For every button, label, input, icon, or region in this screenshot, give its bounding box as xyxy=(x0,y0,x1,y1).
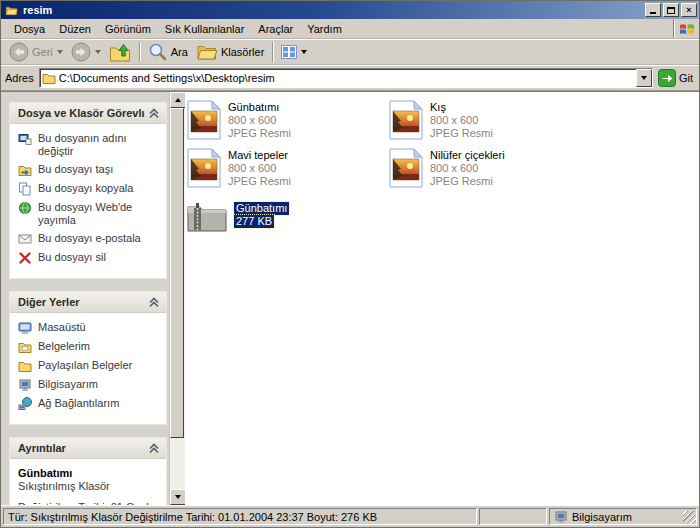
scrollbar-thumb[interactable] xyxy=(170,108,184,438)
forward-dropdown-icon[interactable] xyxy=(95,50,101,54)
globe-icon xyxy=(18,201,32,215)
file-list-area[interactable]: Günbatımı 800 x 600 JPEG Resmi Kış 800 x… xyxy=(185,92,699,505)
address-dropdown-button[interactable] xyxy=(636,69,652,87)
menu-gorunum[interactable]: Görünüm xyxy=(98,21,158,37)
maximize-button[interactable] xyxy=(663,3,679,17)
back-icon xyxy=(9,42,29,62)
content-area: Dosya ve Klasör Görevlı Bu dosyanın adın… xyxy=(1,91,699,505)
file-type: JPEG Resmi xyxy=(430,127,493,140)
back-dropdown-icon[interactable] xyxy=(57,50,63,54)
toolbar-separator xyxy=(272,42,273,62)
minimize-button[interactable] xyxy=(645,3,661,17)
resize-grip[interactable] xyxy=(683,511,696,524)
sidebar: Dosya ve Klasör Görevlı Bu dosyanın adın… xyxy=(1,92,169,505)
details-file-type: Sıkıştırılmış Klasör xyxy=(18,480,160,493)
collapse-chevron-icon[interactable] xyxy=(148,107,160,119)
panel-title: Ayrıntılar xyxy=(18,442,66,454)
windows-flag-icon xyxy=(679,21,695,37)
address-input[interactable]: C:\Documents and Settings\x\Desktop\resi… xyxy=(39,68,653,88)
scroll-down-button[interactable] xyxy=(170,489,186,505)
up-button[interactable] xyxy=(105,40,135,64)
forward-button[interactable] xyxy=(67,40,105,64)
copy-icon xyxy=(18,182,32,196)
toolbar: Geri Ara Klasörler xyxy=(1,39,699,65)
place-shared-documents[interactable]: Paylaşılan Belgeler xyxy=(18,359,162,373)
views-dropdown-icon[interactable] xyxy=(301,50,307,54)
panel-file-tasks-header[interactable]: Dosya ve Klasör Görevlı xyxy=(10,103,166,124)
jpeg-image-icon xyxy=(187,148,221,188)
selected-file-name: Günbatımı xyxy=(234,202,289,215)
title-bar[interactable]: resim × xyxy=(1,1,699,19)
back-button[interactable]: Geri xyxy=(5,40,67,64)
desktop-icon xyxy=(18,321,32,335)
file-tile-gunbatimi-zip-selected[interactable]: Günbatımı 277 KB xyxy=(187,200,382,232)
menu-sik-kullanilanlar[interactable]: Sık Kullanılanlar xyxy=(158,21,252,37)
folders-button[interactable]: Klasörler xyxy=(192,40,268,64)
delete-x-icon xyxy=(18,251,32,265)
selected-file-size: 277 KB xyxy=(234,215,274,228)
task-rename-file[interactable]: Bu dosyanın adını değiştir xyxy=(18,132,162,158)
task-move-file[interactable]: Bu dosyayı taşı xyxy=(18,163,162,177)
menu-duzen[interactable]: Düzen xyxy=(52,21,98,37)
sidebar-scrollbar[interactable] xyxy=(169,92,185,505)
toolbar-separator xyxy=(139,42,140,62)
task-copy-file[interactable]: Bu dosyayı kopyala xyxy=(18,182,162,196)
menu-yardim[interactable]: Yardım xyxy=(300,21,349,37)
place-label: Belgelerim xyxy=(38,340,90,353)
file-tile-nilufer[interactable]: Nilüfer çiçekleri 800 x 600 JPEG Resmi xyxy=(389,148,584,188)
views-icon xyxy=(281,45,297,59)
back-label: Geri xyxy=(32,46,53,58)
task-label: Bu dosyayı e-postala xyxy=(38,232,141,245)
menu-araclar[interactable]: Araçlar xyxy=(251,21,300,37)
network-icon xyxy=(18,397,32,411)
menu-bar: Dosya Düzen Görünüm Sık Kullanılanlar Ar… xyxy=(1,19,699,39)
panel-details-header[interactable]: Ayrıntılar xyxy=(10,438,166,459)
search-icon xyxy=(148,42,168,62)
forward-icon xyxy=(71,42,91,62)
place-label: Masaüstü xyxy=(38,321,86,334)
rename-icon xyxy=(18,132,32,146)
file-type: JPEG Resmi xyxy=(228,127,291,140)
place-label: Paylaşılan Belgeler xyxy=(38,359,132,372)
folders-icon xyxy=(196,41,218,63)
file-type: JPEG Resmi xyxy=(228,175,291,188)
panel-title: Dosya ve Klasör Görevlı xyxy=(18,107,145,119)
explorer-window: resim × Dosya Düzen Görünüm Sık Kullanıl… xyxy=(0,0,700,528)
computer-icon xyxy=(18,378,32,392)
menu-dosya[interactable]: Dosya xyxy=(7,21,52,37)
place-network[interactable]: Ağ Bağlantılarım xyxy=(18,397,162,411)
place-my-computer[interactable]: Bilgisayarım xyxy=(18,378,162,392)
file-tile-gunbatimi[interactable]: Günbatımı 800 x 600 JPEG Resmi xyxy=(187,100,382,140)
status-bar: Tür: Sıkıştırılmış Klasör Değiştirilme T… xyxy=(1,505,699,527)
collapse-chevron-icon[interactable] xyxy=(148,442,160,454)
file-name: Günbatımı xyxy=(228,101,291,114)
task-delete-file[interactable]: Bu dosyayı sil xyxy=(18,251,162,265)
panel-title: Diğer Yerler xyxy=(18,296,80,308)
status-zone-label: Bilgisayarım xyxy=(572,511,632,523)
views-button[interactable] xyxy=(277,40,311,64)
address-path[interactable]: C:\Documents and Settings\x\Desktop\resi… xyxy=(56,72,636,84)
place-desktop[interactable]: Masaüstü xyxy=(18,321,162,335)
go-button[interactable]: Git xyxy=(658,69,695,87)
collapse-chevron-icon[interactable] xyxy=(148,296,160,308)
place-my-documents[interactable]: Belgelerim xyxy=(18,340,162,354)
scroll-up-button[interactable] xyxy=(170,92,186,108)
file-name: Nilüfer çiçekleri xyxy=(430,149,505,162)
close-icon: × xyxy=(686,6,691,15)
task-email-file[interactable]: Bu dosyayı e-postala xyxy=(18,232,162,246)
place-label: Bilgisayarım xyxy=(38,378,98,391)
search-button[interactable]: Ara xyxy=(144,40,192,64)
task-publish-file[interactable]: Bu dosyayı Web'de yayımla xyxy=(18,201,162,227)
address-label: Adres xyxy=(5,72,34,84)
triangle-down-icon xyxy=(175,495,181,499)
status-empty-section xyxy=(479,508,547,525)
task-label: Bu dosyayı taşı xyxy=(38,163,113,176)
move-icon xyxy=(18,163,32,177)
maximize-icon xyxy=(667,7,675,14)
chevron-down-icon xyxy=(641,76,647,80)
close-button[interactable]: × xyxy=(681,3,697,17)
scrollbar-track[interactable] xyxy=(170,108,185,489)
file-tile-mavi-tepeler[interactable]: Mavi tepeler 800 x 600 JPEG Resmi xyxy=(187,148,382,188)
panel-other-places-header[interactable]: Diğer Yerler xyxy=(10,292,166,313)
file-tile-kis[interactable]: Kış 800 x 600 JPEG Resmi xyxy=(389,100,584,140)
